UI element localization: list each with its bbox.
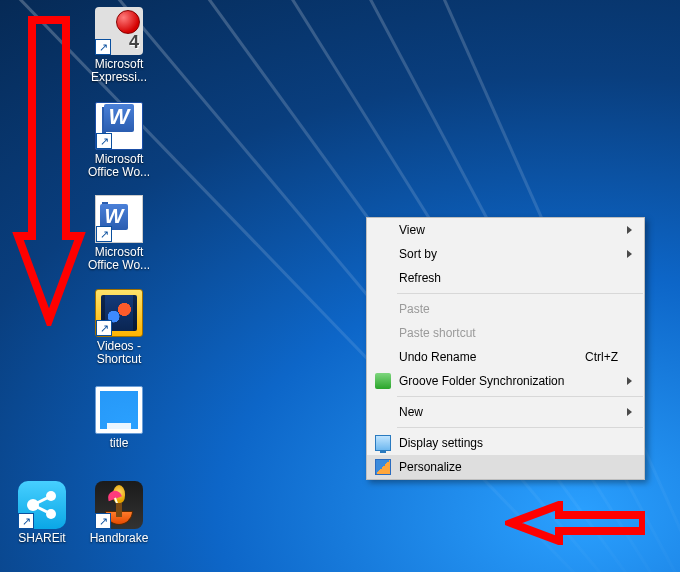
icon-label: SHAREit [5, 532, 79, 545]
desktop-icon-handbrake[interactable]: ↗ Handbrake [82, 481, 156, 545]
ctx-view[interactable]: View [367, 218, 644, 242]
ms-expression-icon: ↗ [95, 7, 143, 55]
ctx-accel: Ctrl+Z [585, 350, 618, 364]
desktop-context-menu: View Sort by Refresh Paste Paste shortcu… [366, 217, 645, 480]
annotation-left-arrow [505, 501, 645, 545]
ctx-groove-sync[interactable]: Groove Folder Synchronization [367, 369, 644, 393]
shareit-icon: ↗ [18, 481, 66, 529]
icon-label: title [82, 437, 156, 450]
ctx-refresh[interactable]: Refresh [367, 266, 644, 290]
shortcut-overlay-icon: ↗ [95, 513, 111, 529]
desktop-icon-ms-word-1[interactable]: W ↗ Microsoft Office Wo... [82, 102, 156, 179]
desktop-icon-title-image[interactable]: title [82, 386, 156, 450]
ctx-new-submenu[interactable]: New [367, 400, 644, 424]
shortcut-overlay-icon: ↗ [96, 320, 112, 336]
display-settings-icon [375, 435, 391, 451]
handbrake-icon: ↗ [95, 481, 143, 529]
icon-label: Handbrake [82, 532, 156, 545]
ctx-separator [397, 427, 643, 428]
icon-label: Videos - Shortcut [82, 340, 156, 366]
desktop-icon-ms-expression[interactable]: ↗ Microsoft Expressi... [82, 7, 156, 84]
personalize-icon [375, 459, 391, 475]
ctx-paste-shortcut: Paste shortcut [367, 321, 644, 345]
svg-point-2 [46, 509, 56, 519]
ctx-separator [397, 293, 643, 294]
svg-point-1 [46, 491, 56, 501]
ms-word-icon: W ↗ [95, 102, 143, 150]
ctx-separator [397, 396, 643, 397]
groove-icon [375, 373, 391, 389]
shortcut-overlay-icon: ↗ [95, 39, 111, 55]
ctx-undo-rename[interactable]: Undo RenameCtrl+Z [367, 345, 644, 369]
shortcut-overlay-icon: ↗ [18, 513, 34, 529]
shortcut-overlay-icon: ↗ [96, 226, 112, 242]
shortcut-overlay-icon: ↗ [96, 133, 112, 149]
videos-folder-icon: ↗ [95, 289, 143, 337]
annotation-down-arrow [12, 16, 86, 326]
ctx-paste: Paste [367, 297, 644, 321]
desktop-icon-ms-word-2[interactable]: W ↗ Microsoft Office Wo... [82, 195, 156, 272]
ms-word-doc-icon: W ↗ [95, 195, 143, 243]
desktop-icon-videos-shortcut[interactable]: ↗ Videos - Shortcut [82, 289, 156, 366]
ctx-sort-by[interactable]: Sort by [367, 242, 644, 266]
ctx-display-settings[interactable]: Display settings [367, 431, 644, 455]
icon-label: Microsoft Office Wo... [82, 153, 156, 179]
image-file-icon [95, 386, 143, 434]
ctx-personalize[interactable]: Personalize [367, 455, 644, 479]
icon-label: Microsoft Office Wo... [82, 246, 156, 272]
icon-label: Microsoft Expressi... [82, 58, 156, 84]
svg-point-0 [27, 499, 39, 511]
desktop-icon-shareit[interactable]: ↗ SHAREit [5, 481, 79, 545]
